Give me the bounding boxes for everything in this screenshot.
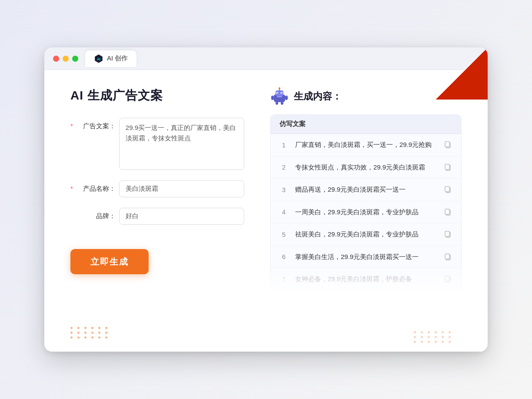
- product-name-required-star: *: [70, 180, 73, 192]
- row-text: 女神必备，29.9元美白淡斑霜，护肤必备: [295, 274, 437, 284]
- result-row: 1 厂家直销，美白淡斑霜，买一送一，29.9元抢购: [271, 134, 461, 156]
- row-text: 赠品再送，29.9元美白淡斑霜买一送一: [295, 185, 437, 195]
- results-header-row: 生成内容：: [270, 87, 462, 106]
- svg-rect-20: [445, 186, 449, 192]
- browser-window: AI AI 创作 AI 生成广告文案 * 广告文案： * 产品名称： *: [44, 47, 488, 352]
- row-number: 4: [279, 208, 288, 216]
- result-row: 4 一周美白，29.9元美白淡斑霜，专业护肤品: [271, 201, 461, 224]
- product-name-input[interactable]: [119, 180, 244, 197]
- copy-icon[interactable]: [444, 208, 452, 216]
- copy-icon[interactable]: [444, 140, 452, 149]
- svg-rect-12: [285, 96, 288, 100]
- corner-decoration: [436, 47, 488, 100]
- results-wrapper: 仿写文案 1 厂家直销，美白淡斑霜，买一送一，29.9元抢购 2 专抹女性斑点: [270, 114, 462, 291]
- svg-rect-28: [445, 276, 449, 281]
- dot-grid-decoration: [70, 327, 110, 339]
- titlebar: AI AI 创作: [44, 47, 488, 70]
- tab-label: AI 创作: [107, 54, 128, 63]
- results-table-header: 仿写文案: [271, 115, 461, 134]
- ad-copy-required-star: *: [70, 118, 73, 130]
- ai-tab-icon: AI: [94, 54, 103, 63]
- dot-grid-decoration-right: [414, 331, 453, 343]
- ad-copy-group: * 广告文案：: [70, 118, 244, 170]
- left-panel: AI 生成广告文案 * 广告文案： * 产品名称： * 品牌： 立即生成: [70, 87, 244, 334]
- result-row: 3 赠品再送，29.9元美白淡斑霜买一送一: [271, 179, 461, 201]
- svg-rect-11: [271, 96, 274, 100]
- row-number: 5: [279, 231, 288, 238]
- brand-input[interactable]: [119, 208, 244, 225]
- row-number: 6: [279, 253, 288, 260]
- right-panel: 生成内容： 仿写文案 1 厂家直销，美白淡斑霜，买一送一，29.9元抢购: [270, 87, 462, 334]
- copy-icon[interactable]: [444, 230, 452, 239]
- copy-icon[interactable]: [444, 253, 452, 261]
- row-number: 3: [279, 186, 288, 193]
- robot-icon: [270, 87, 289, 106]
- svg-rect-10: [277, 96, 282, 97]
- traffic-lights: [53, 56, 78, 62]
- svg-rect-16: [445, 142, 449, 147]
- svg-rect-24: [445, 231, 449, 236]
- copy-icon[interactable]: [444, 185, 452, 194]
- svg-rect-13: [276, 102, 278, 105]
- result-row: 5 祛斑美白，29.9元美白淡斑霜，专业护肤品: [271, 223, 461, 246]
- row-number: 1: [279, 141, 288, 149]
- svg-text:AI: AI: [97, 57, 100, 61]
- product-name-label: 产品名称：: [76, 180, 116, 193]
- maximize-button[interactable]: [72, 56, 78, 62]
- result-row: 6 掌握美白生活，29.9元美白淡斑霜买一送一: [271, 246, 461, 269]
- product-name-group: * 产品名称：: [70, 180, 244, 197]
- result-row: 7 女神必备，29.9元美白淡斑霜，护肤必备: [271, 268, 461, 290]
- svg-point-8: [277, 93, 278, 93]
- close-button[interactable]: [53, 56, 59, 62]
- ai-tab[interactable]: AI AI 创作: [85, 50, 136, 67]
- row-text: 掌握美白生活，29.9元美白淡斑霜买一送一: [295, 252, 437, 262]
- svg-rect-14: [281, 102, 283, 105]
- results-table: 仿写文案 1 厂家直销，美白淡斑霜，买一送一，29.9元抢购 2 专抹女性斑点: [270, 114, 462, 291]
- result-row: 2 专抹女性斑点，真实功效，29.9元美白淡斑霜: [271, 156, 461, 179]
- row-number: 2: [279, 163, 288, 171]
- minimize-button[interactable]: [63, 56, 69, 62]
- svg-rect-22: [445, 209, 449, 214]
- copy-icon[interactable]: [444, 275, 452, 283]
- page-title: AI 生成广告文案: [70, 87, 244, 104]
- row-text: 专抹女性斑点，真实功效，29.9元美白淡斑霜: [295, 163, 437, 173]
- copy-icon[interactable]: [444, 163, 452, 172]
- main-content: AI 生成广告文案 * 广告文案： * 产品名称： * 品牌： 立即生成: [44, 70, 488, 352]
- brand-group: * 品牌：: [70, 208, 244, 225]
- ad-copy-label: 广告文案：: [76, 118, 116, 130]
- row-number: 7: [279, 276, 288, 283]
- svg-point-9: [281, 93, 282, 93]
- svg-rect-18: [445, 164, 449, 170]
- results-title: 生成内容：: [294, 90, 342, 103]
- row-text: 祛斑美白，29.9元美白淡斑霜，专业护肤品: [295, 229, 437, 239]
- svg-point-5: [279, 87, 280, 89]
- ad-copy-input[interactable]: [119, 118, 244, 170]
- row-text: 厂家直销，美白淡斑霜，买一送一，29.9元抢购: [295, 140, 437, 150]
- svg-rect-26: [445, 254, 449, 259]
- generate-button[interactable]: 立即生成: [70, 249, 149, 274]
- brand-label: 品牌：: [76, 208, 116, 220]
- row-text: 一周美白，29.9元美白淡斑霜，专业护肤品: [295, 207, 437, 217]
